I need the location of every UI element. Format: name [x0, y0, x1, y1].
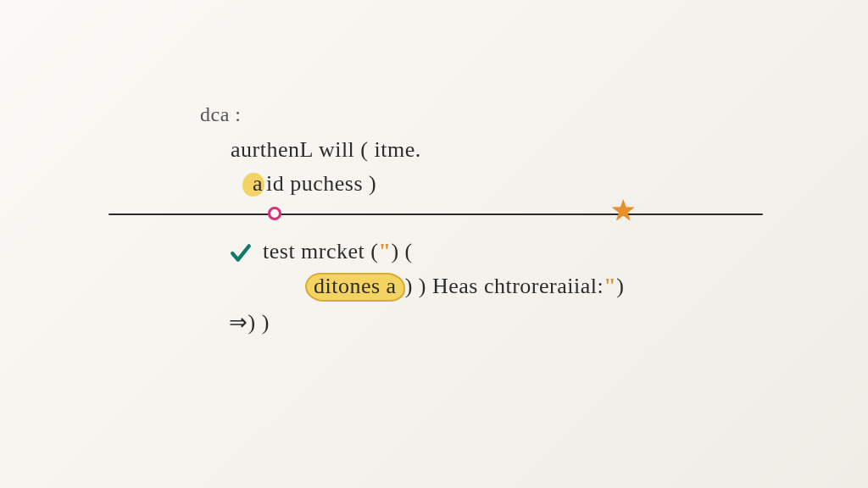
star-icon: ★: [610, 197, 636, 225]
code-line-4-post: ) (: [391, 239, 412, 263]
whiteboard-sketch: dca : aurthenL will ( itme. a id puchess…: [0, 0, 868, 488]
horizontal-rule: [108, 214, 763, 215]
quote-accent-1: ": [378, 239, 391, 263]
code-line-3a: a: [253, 171, 263, 196]
code-line-6: ⇒) ): [229, 309, 270, 336]
checkmark-icon: [230, 242, 252, 264]
code-line-1: dca :: [200, 103, 241, 126]
code-line-5: ditones a ) ) Heas chtroreraiial:"): [305, 273, 624, 302]
code-line-4: test mrcket (") (: [263, 239, 413, 264]
circle-marker-icon: [268, 207, 281, 220]
code-line-3b: id puchess ): [266, 171, 376, 196]
code-line-5-end: ): [616, 274, 624, 298]
quote-accent-2: ": [604, 274, 616, 298]
highlight-blob-icon: a: [246, 171, 266, 197]
highlight-pill-icon: ditones a: [305, 273, 405, 302]
code-line-4-pre: test mrcket (: [263, 239, 378, 263]
code-line-5-mid: ) ) Heas chtroreraiial:: [405, 274, 604, 298]
code-line-3: a id puchess ): [246, 171, 376, 197]
code-line-5-hl: ditones a: [314, 274, 397, 298]
code-line-2: aurthenL will ( itme.: [231, 137, 421, 163]
